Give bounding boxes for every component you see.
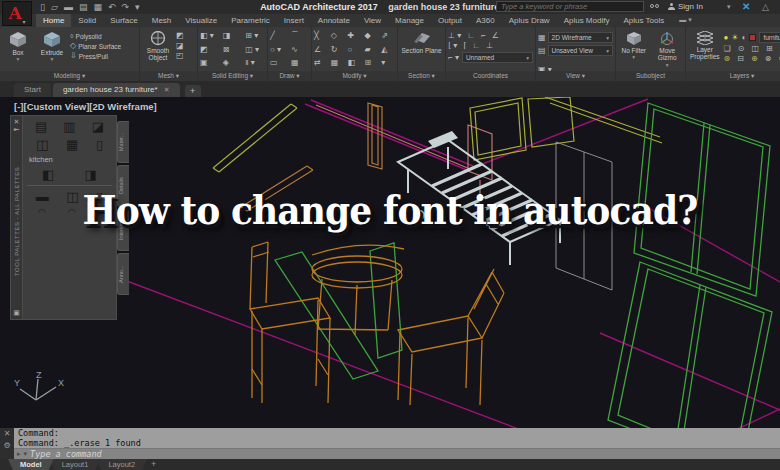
palette-item-cabinet[interactable]: ▤ [35, 119, 47, 134]
viewport-controls[interactable]: [-][Custom View][2D Wireframe] [14, 101, 157, 112]
visual-style-dropdown[interactable]: 2D Wireframe ▾ [548, 32, 613, 43]
palette-item-arc[interactable]: ◠ [68, 207, 76, 217]
ribbon-tab-visualize[interactable]: Visualize [178, 14, 224, 27]
solid-editing-tool-icon[interactable]: ◈ [223, 59, 243, 71]
mesh-tool-icon[interactable]: ◩ [176, 32, 184, 40]
sign-in-dropdown-icon[interactable]: ▾ [727, 3, 731, 11]
command-input[interactable] [30, 449, 780, 459]
plot-icon[interactable]: ▦ [93, 2, 102, 12]
smooth-object-button[interactable]: Smooth Object [142, 29, 174, 71]
ucs-tool-icon[interactable]: ∟ [472, 42, 480, 50]
ribbon-tab-insert[interactable]: Insert [277, 14, 311, 27]
draw-rectangle-icon[interactable]: ▭ [270, 59, 288, 71]
mesh-tool-icon[interactable]: ◪ [176, 42, 184, 50]
ucs-tool-icon[interactable]: ⊥ ▾ [448, 32, 461, 40]
layer-tool-icon[interactable]: ⊙ [738, 45, 745, 53]
layer-lock-icon[interactable]: ◐ [742, 34, 747, 42]
ucs-tool-icon[interactable]: ⌈ [463, 42, 466, 50]
layout-tab-layout2[interactable]: Layout2 [96, 459, 147, 470]
command-recent-caret-icon[interactable]: ▾ [24, 450, 28, 458]
ucs-tool-icon[interactable]: ∟ [467, 32, 475, 40]
palette-item-bench[interactable]: ▬ [36, 189, 49, 204]
panel-label-modeling[interactable]: Modeling ▾ [0, 71, 139, 81]
modify-tool-icon[interactable]: ✚ [348, 32, 362, 44]
layer-properties-button[interactable]: Layer Properties [688, 29, 722, 71]
mesh-tool-icon[interactable]: ◰ [176, 52, 184, 60]
solid-editing-tool-icon[interactable]: ◨ [223, 32, 243, 44]
modify-tool-icon[interactable]: ▾ [381, 59, 395, 71]
ucs-tool-icon[interactable]: ⊥ [486, 42, 493, 50]
search-binoculars-icon[interactable] [650, 2, 662, 12]
layer-color-swatch[interactable] [749, 34, 756, 41]
layer-on-bulb-icon[interactable]: ● [724, 34, 729, 42]
modify-tool-icon[interactable]: ▦ [331, 59, 345, 71]
move-gizmo-button[interactable]: Move Gizmo▾ [652, 29, 684, 71]
ribbon-tab-a360[interactable]: A360 [469, 14, 502, 27]
modify-tool-icon[interactable]: ⇗ [381, 32, 395, 44]
solid-editing-tool-icon[interactable]: ◩ [200, 46, 220, 58]
ucs-name-dropdown[interactable]: Unnamed ▾ [462, 52, 533, 63]
solid-editing-tool-icon[interactable]: ◧ ▾ [200, 32, 220, 44]
draw-polyline-icon[interactable]: ∿ [291, 46, 309, 58]
new-drawing-tab-button[interactable]: + [185, 85, 201, 97]
a360-exchange-icon[interactable]: ✕ [742, 1, 750, 12]
redo-icon[interactable]: ↷ [121, 2, 129, 12]
ribbon-display-toggle-icon[interactable]: ▬ ▾ [671, 14, 697, 27]
palette-tab-materials[interactable]: Mater... [117, 121, 129, 163]
palette-properties-icon[interactable]: ▣ [13, 309, 20, 317]
layout-tab-layout1[interactable]: Layout1 [50, 459, 101, 470]
new-file-icon[interactable]: ▯ [40, 2, 45, 12]
layer-tool-icon[interactable]: ⊞ [766, 45, 773, 53]
solid-editing-tool-icon[interactable]: ‖ ▾ [245, 59, 265, 71]
draw-arc-icon[interactable]: ⌒ [291, 32, 309, 44]
palette-item-wall-cabinet[interactable]: ▯ [96, 137, 103, 152]
palette-item-arc[interactable]: ◠ [38, 207, 46, 217]
section-plane-button[interactable]: Section Plane [401, 29, 443, 71]
ribbon-tab-output[interactable]: Output [431, 14, 469, 27]
solid-editing-tool-icon[interactable]: ⊞ ▾ [245, 32, 265, 44]
panel-label-layers[interactable]: Layers ▾ [686, 71, 780, 81]
panel-label-modify[interactable]: Modify ▾ [312, 71, 397, 81]
modify-tool-icon[interactable]: ◇ [331, 32, 345, 44]
palette-item-cabinet-tall[interactable]: ▥ [63, 119, 75, 134]
ribbon-tab-aplus-draw[interactable]: Aplus Draw [502, 14, 557, 27]
layer-tool-icon[interactable]: ❏ [724, 45, 731, 53]
modify-tool-icon[interactable]: ◭ [381, 46, 395, 58]
help-search-input[interactable] [496, 1, 644, 12]
file-tab-drawing[interactable]: garden house 23 furniture*✕ [53, 83, 180, 97]
modify-tool-icon[interactable]: ↻ [331, 46, 345, 58]
ribbon-tab-view[interactable]: View [357, 14, 388, 27]
close-tab-icon[interactable]: ✕ [164, 86, 170, 93]
palette-item-sink[interactable]: ◪ [92, 119, 104, 134]
modify-tool-icon[interactable]: ◧ [348, 59, 362, 71]
ribbon-tab-solid[interactable]: Solid [71, 14, 103, 27]
modify-tool-icon[interactable]: ◆ [364, 32, 378, 44]
panel-label-solid-editing[interactable]: Solid Editing ▾ [198, 71, 267, 81]
save-as-icon[interactable]: ▤ [79, 2, 88, 12]
panel-label-view[interactable]: View ▾ [536, 71, 615, 81]
layer-tool-icon[interactable]: ⊟ [737, 55, 744, 63]
press-pull-button[interactable]: ⇩Press/Pull [70, 52, 121, 60]
palette-item-drawer-unit[interactable]: ▦ [66, 137, 78, 152]
layout-tab-model[interactable]: Model [8, 459, 54, 470]
ucs-tool-icon[interactable]: ⌊ ▾ [448, 42, 457, 50]
panel-label-coordinates[interactable]: Coordinates [446, 71, 535, 81]
solid-editing-tool-icon[interactable]: ⊠ [223, 46, 243, 58]
save-icon[interactable]: ▬ [64, 2, 73, 12]
layer-tool-icon[interactable]: ⊕ [751, 55, 758, 63]
modify-tool-icon[interactable]: ⇄ [314, 59, 328, 71]
panel-label-section[interactable]: Section ▾ [398, 71, 445, 81]
ribbon-tab-manage[interactable]: Manage [388, 14, 431, 27]
modify-tool-icon[interactable]: ∠ [314, 46, 328, 58]
layer-dropdown[interactable]: furniture ▾ [759, 32, 780, 43]
command-customize-icon[interactable]: ⚙ [3, 442, 10, 450]
palette-tab-annotation[interactable]: Anno... [117, 253, 129, 295]
palette-autohide-icon[interactable]: ⇤ [14, 126, 20, 134]
palette-item-wardrobe[interactable]: ◧ [42, 167, 54, 182]
draw-circle-icon[interactable]: ○ ▾ [270, 46, 288, 58]
application-menu-button[interactable]: A ▾ [2, 1, 32, 26]
modify-tool-icon[interactable]: ○ [348, 46, 362, 58]
sign-in-button[interactable]: Sign In [668, 2, 703, 11]
modify-tool-icon[interactable]: ⊞ [364, 59, 378, 71]
ucs-tool-icon[interactable]: ⌐ [481, 32, 486, 40]
